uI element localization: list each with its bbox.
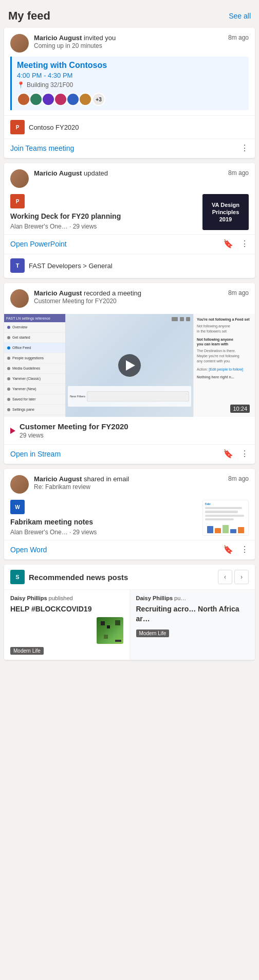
avatar [10,289,29,308]
card-actions: Open Word 🔖 ⋮ [4,540,255,559]
doc-info: W Fabrikam meeting notes Alan Brewer's O… [10,500,197,536]
news-action-word-1: published [49,595,73,601]
doc-preview-row: P Working Deck for FY20 planning Alan Br… [10,194,249,230]
actor-name: Maricio August [34,289,82,297]
card-sub: Coming up in 20 minutes [34,42,223,49]
doc-meta: Alan Brewer's One… · 29 views [10,223,197,230]
card-header-info: Maricio August invited you Coming up in … [34,34,223,49]
video-grid: FAST LN settings reference Overview Get … [4,314,255,417]
ppt-icon: P [10,120,25,134]
doc-title: Fabrikam meeting notes [10,517,197,527]
more-options-icon[interactable]: ⋮ [240,449,249,459]
card-time: 8m ago [228,34,249,41]
ppt-icon-inline: P [10,194,25,208]
open-powerpoint-link[interactable]: Open PowerPoint [10,240,67,248]
page-title: My feed [8,9,50,23]
news-item-title-2: Recruiting acro… North Africa ar… [136,604,249,623]
action-word: updated [84,169,108,177]
news-next-button[interactable]: › [234,570,249,584]
open-stream-link[interactable]: Open in Stream [10,450,61,458]
news-author-name-1: Daisy Phillips [10,595,47,601]
video-main-area: New Filters [66,314,193,417]
news-author-2: Daisy Phillips pu… [136,595,249,601]
video-title: Customer Meeting for FY2020 [20,422,128,431]
video-sidebar-left: FAST LN settings reference Overview Get … [4,314,66,417]
meeting-time: 4:00 PM - 4:30 PM [17,72,244,79]
file-name: Contoso FY2020 [29,124,249,131]
card-header-info: Maricio August updated [34,169,223,177]
attendee-5 [66,93,80,106]
video-sidebar-right: You're not following a Feed set Not foll… [193,314,255,417]
sharepoint-icon: S [10,570,25,584]
channel-name: FAST Developers > General [29,262,113,270]
action-text: invited you [84,34,116,42]
page-header: My feed See all [0,0,259,28]
email-card: Maricio August shared in email Re: Fabri… [4,469,255,559]
doc-thumbnail-title: VA Design Principles 2019 [202,198,249,226]
news-item-1: Daisy Phillips published HELP #BLOCKCOVI… [4,590,130,659]
doc-title: Working Deck for FY20 planning [10,212,197,221]
stream-play-icon [10,428,15,434]
video-container[interactable]: FAST LN settings reference Overview Get … [4,314,255,417]
doc-meta: Alan Brewer's One… · 29 views [10,529,197,536]
news-prev-button[interactable]: ‹ [218,570,232,584]
word-doc-preview: Fabr [202,500,249,536]
card-actions: Open in Stream 🔖 ⋮ [4,444,255,464]
meeting-content: Meeting with Contosos 4:00 PM - 4:30 PM … [10,57,249,110]
news-item-2: Daisy Phillips pu… Recruiting acro… Nort… [130,590,255,659]
actor-name: Maricio August [34,169,82,177]
teams-channel: T FAST Developers > General [4,254,255,278]
card-header-info: Maricio August shared in email Re: Fabri… [34,475,223,491]
card-sub: Customer Meeting for FY2020 [34,297,223,305]
card-time: 8m ago [228,475,249,482]
news-header-left: S Recommended news posts [10,570,128,584]
card-sub: Re: Fabrikam review [34,483,223,491]
join-teams-meeting-link[interactable]: Join Teams meeting [10,144,74,152]
action-icons: 🔖 ⋮ [223,449,249,459]
card-actions: Join Teams meeting ⋮ [4,138,255,158]
location-pin-icon: 📍 [17,81,25,89]
more-options-icon[interactable]: ⋮ [240,545,249,554]
card-meta: Maricio August updated [34,169,223,177]
see-all-link[interactable]: See all [229,12,251,20]
card-meta: Maricio August invited you [34,34,223,42]
email-card-header: Maricio August shared in email Re: Fabri… [4,469,255,498]
news-nav: ‹ › [218,570,249,584]
bookmark-icon[interactable]: 🔖 [223,239,233,249]
video-info: Customer Meeting for FY2020 29 views [4,417,255,444]
more-options-icon[interactable]: ⋮ [240,239,249,249]
card-meta: Maricio August shared in email [34,475,223,483]
meeting-title: Meeting with Contosos [17,61,244,70]
doc-preview-row: W Fabrikam meeting notes Alan Brewer's O… [10,500,249,536]
news-thumb-1 [97,617,123,644]
news-action-word-2: pu… [174,595,186,601]
more-options-icon[interactable]: ⋮ [240,143,249,153]
avatar [10,169,29,188]
meeting-card-header: Maricio August invited you Coming up in … [4,28,255,57]
stream-card-header: Maricio August recorded a meeting Custom… [4,283,255,312]
attendee-more: +3 [92,93,105,106]
card-meta: Maricio August recorded a meeting [34,289,223,297]
video-duration: 10:24 [230,405,250,413]
play-button[interactable] [118,354,141,377]
news-items-row: Daisy Phillips published HELP #BLOCKCOVI… [4,590,255,659]
action-icons: 🔖 ⋮ [223,545,249,554]
doc-thumbnail: VA Design Principles 2019 [202,194,249,230]
open-word-link[interactable]: Open Word [10,546,47,554]
powerpoint-card-header: Maricio August updated 8m ago [4,163,255,192]
bookmark-icon[interactable]: 🔖 [223,449,233,459]
attendee-2 [29,93,43,106]
card-actions: Open PowerPoint 🔖 ⋮ [4,234,255,254]
bookmark-icon[interactable]: 🔖 [223,545,233,554]
meeting-location: 📍 Building 32/1F00 [17,81,244,89]
action-word: recorded a meeting [84,289,141,297]
teams-icon: T [10,258,25,273]
play-triangle-icon [126,360,135,371]
file-row: P Contoso FY2020 [4,115,255,138]
attendee-4 [54,93,67,106]
card-header-info: Maricio August recorded a meeting Custom… [34,289,223,305]
powerpoint-card: Maricio August updated 8m ago P Working … [4,163,255,278]
word-icon-inline: W [10,500,25,514]
stream-card: Maricio August recorded a meeting Custom… [4,283,255,464]
action-icons: ⋮ [240,143,249,153]
